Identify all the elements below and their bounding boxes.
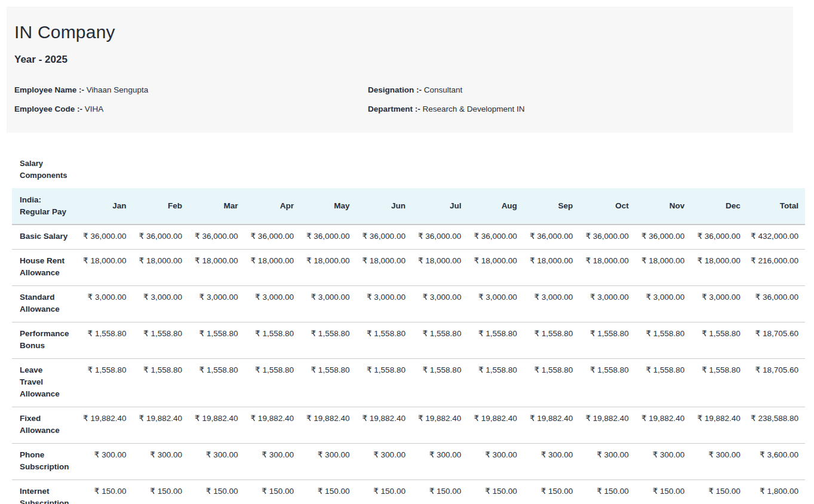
field-employee-code: Employee Code :- VIHA: [14, 103, 368, 115]
amount-cell-leave-travel-allowance-oct: ₹ 1,558.80: [573, 359, 628, 407]
month-header-mar: Mar: [182, 188, 238, 225]
total-cell-standard-allowance: ₹ 36,000.00: [741, 286, 805, 322]
company-title: IN Company: [14, 21, 781, 43]
amount-cell-fixed-allowance-jan: ₹ 19,882.40: [70, 407, 126, 444]
month-header-jul: Jul: [406, 188, 461, 225]
month-header-may: May: [294, 188, 349, 225]
month-header-feb: Feb: [126, 188, 182, 225]
amount-cell-house-rent-allowance-may: ₹ 18,000.00: [294, 250, 349, 286]
amount-cell-standard-allowance-aug: ₹ 3,000.00: [461, 286, 517, 322]
field-department: Department :- Research & Development IN: [368, 103, 781, 115]
group-header-label: India: Regular Pay: [12, 188, 70, 225]
month-header-jun: Jun: [349, 188, 405, 225]
amount-cell-basic-salary-mar: ₹ 36,000.00: [182, 225, 238, 250]
amount-cell-fixed-allowance-apr: ₹ 19,882.40: [238, 407, 293, 444]
amount-cell-fixed-allowance-dec: ₹ 19,882.40: [684, 407, 741, 444]
component-label-phone-subscription: Phone Subscription: [12, 444, 70, 480]
amount-cell-fixed-allowance-may: ₹ 19,882.40: [294, 407, 349, 444]
amount-cell-internet-subscription-feb: ₹ 150.00: [126, 480, 182, 504]
amount-cell-leave-travel-allowance-feb: ₹ 1,558.80: [126, 359, 182, 407]
amount-cell-house-rent-allowance-dec: ₹ 18,000.00: [684, 250, 741, 286]
year-label: Year - 2025: [14, 53, 781, 66]
table-row-internet-subscription: Internet Subscription₹ 150.00₹ 150.00₹ 1…: [12, 480, 805, 504]
amount-cell-internet-subscription-mar: ₹ 150.00: [182, 480, 238, 504]
field-value-employee-name: Vihaan Sengupta: [87, 85, 148, 94]
month-header-jan: Jan: [70, 188, 126, 225]
amount-cell-basic-salary-jan: ₹ 36,000.00: [70, 225, 126, 250]
amount-cell-standard-allowance-dec: ₹ 3,000.00: [684, 286, 741, 322]
amount-cell-performance-bonus-jun: ₹ 1,558.80: [349, 322, 405, 359]
amount-cell-fixed-allowance-feb: ₹ 19,882.40: [126, 407, 182, 444]
amount-cell-fixed-allowance-jun: ₹ 19,882.40: [349, 407, 405, 444]
amount-cell-basic-salary-jul: ₹ 36,000.00: [406, 225, 461, 250]
month-header-aug: Aug: [461, 188, 517, 225]
total-cell-house-rent-allowance: ₹ 216,000.00: [741, 250, 805, 286]
amount-cell-standard-allowance-jan: ₹ 3,000.00: [70, 286, 126, 322]
amount-cell-leave-travel-allowance-nov: ₹ 1,558.80: [629, 359, 684, 407]
amount-cell-internet-subscription-aug: ₹ 150.00: [461, 480, 517, 504]
amount-cell-fixed-allowance-sep: ₹ 19,882.40: [517, 407, 573, 444]
amount-cell-performance-bonus-dec: ₹ 1,558.80: [684, 322, 741, 359]
amount-cell-standard-allowance-jun: ₹ 3,000.00: [349, 286, 405, 322]
month-header-sep: Sep: [517, 188, 573, 225]
total-header: Total: [741, 188, 805, 225]
amount-cell-phone-subscription-apr: ₹ 300.00: [238, 444, 293, 480]
amount-cell-performance-bonus-aug: ₹ 1,558.80: [461, 322, 517, 359]
table-row-performance-bonus: Performance Bonus₹ 1,558.80₹ 1,558.80₹ 1…: [12, 322, 805, 359]
component-label-leave-travel-allowance: Leave Travel Allowance: [12, 359, 70, 407]
amount-cell-leave-travel-allowance-sep: ₹ 1,558.80: [517, 359, 573, 407]
amount-cell-leave-travel-allowance-may: ₹ 1,558.80: [294, 359, 349, 407]
amount-cell-phone-subscription-sep: ₹ 300.00: [517, 444, 573, 480]
field-label-department: Department :-: [368, 105, 420, 113]
total-cell-basic-salary: ₹ 432,000.00: [741, 225, 805, 250]
amount-cell-standard-allowance-oct: ₹ 3,000.00: [573, 286, 628, 322]
component-label-house-rent-allowance: House Rent Allowance: [12, 250, 70, 286]
amount-cell-standard-allowance-nov: ₹ 3,000.00: [629, 286, 684, 322]
component-label-fixed-allowance: Fixed Allowance: [12, 407, 70, 444]
amount-cell-internet-subscription-sep: ₹ 150.00: [517, 480, 573, 504]
amount-cell-leave-travel-allowance-dec: ₹ 1,558.80: [684, 359, 741, 407]
amount-cell-performance-bonus-feb: ₹ 1,558.80: [126, 322, 182, 359]
amount-cell-basic-salary-feb: ₹ 36,000.00: [126, 225, 182, 250]
corner-header: Salary Components: [12, 149, 70, 188]
component-label-internet-subscription: Internet Subscription: [12, 480, 70, 504]
amount-cell-leave-travel-allowance-mar: ₹ 1,558.80: [182, 359, 238, 407]
table-row-phone-subscription: Phone Subscription₹ 300.00₹ 300.00₹ 300.…: [12, 444, 805, 480]
amount-cell-performance-bonus-jan: ₹ 1,558.80: [70, 322, 126, 359]
amount-cell-house-rent-allowance-apr: ₹ 18,000.00: [238, 250, 293, 286]
amount-cell-house-rent-allowance-aug: ₹ 18,000.00: [461, 250, 517, 286]
amount-cell-phone-subscription-mar: ₹ 300.00: [182, 444, 238, 480]
field-label-employee-name: Employee Name :-: [14, 85, 84, 94]
amount-cell-basic-salary-apr: ₹ 36,000.00: [238, 225, 293, 250]
amount-cell-phone-subscription-jul: ₹ 300.00: [406, 444, 461, 480]
employee-header-panel: IN Company Year - 2025 Employee Name :- …: [7, 7, 793, 133]
amount-cell-house-rent-allowance-jul: ₹ 18,000.00: [406, 250, 461, 286]
amount-cell-leave-travel-allowance-apr: ₹ 1,558.80: [238, 359, 293, 407]
amount-cell-standard-allowance-jul: ₹ 3,000.00: [406, 286, 461, 322]
table-row-basic-salary: Basic Salary₹ 36,000.00₹ 36,000.00₹ 36,0…: [12, 225, 805, 250]
amount-cell-standard-allowance-apr: ₹ 3,000.00: [238, 286, 293, 322]
month-header-oct: Oct: [573, 188, 628, 225]
amount-cell-performance-bonus-apr: ₹ 1,558.80: [238, 322, 293, 359]
amount-cell-phone-subscription-feb: ₹ 300.00: [126, 444, 182, 480]
amount-cell-phone-subscription-nov: ₹ 300.00: [629, 444, 684, 480]
field-value-employee-code: VIHA: [85, 105, 104, 113]
amount-cell-internet-subscription-jun: ₹ 150.00: [349, 480, 405, 504]
amount-cell-internet-subscription-oct: ₹ 150.00: [573, 480, 628, 504]
amount-cell-basic-salary-sep: ₹ 36,000.00: [517, 225, 573, 250]
amount-cell-performance-bonus-sep: ₹ 1,558.80: [517, 322, 573, 359]
field-value-designation: Consultant: [424, 85, 463, 94]
amount-cell-internet-subscription-jul: ₹ 150.00: [406, 480, 461, 504]
amount-cell-leave-travel-allowance-jan: ₹ 1,558.80: [70, 359, 126, 407]
amount-cell-performance-bonus-jul: ₹ 1,558.80: [406, 322, 461, 359]
amount-cell-house-rent-allowance-mar: ₹ 18,000.00: [182, 250, 238, 286]
field-label-designation: Designation :-: [368, 85, 422, 94]
amount-cell-house-rent-allowance-feb: ₹ 18,000.00: [126, 250, 182, 286]
group-header-row: India: Regular Pay JanFebMarAprMayJunJul…: [12, 188, 805, 225]
amount-cell-standard-allowance-sep: ₹ 3,000.00: [517, 286, 573, 322]
table-row-house-rent-allowance: House Rent Allowance₹ 18,000.00₹ 18,000.…: [12, 250, 805, 286]
total-cell-performance-bonus: ₹ 18,705.60: [741, 322, 805, 359]
amount-cell-leave-travel-allowance-jul: ₹ 1,558.80: [406, 359, 461, 407]
amount-cell-house-rent-allowance-nov: ₹ 18,000.00: [629, 250, 684, 286]
field-value-department: Research & Development IN: [423, 105, 525, 113]
